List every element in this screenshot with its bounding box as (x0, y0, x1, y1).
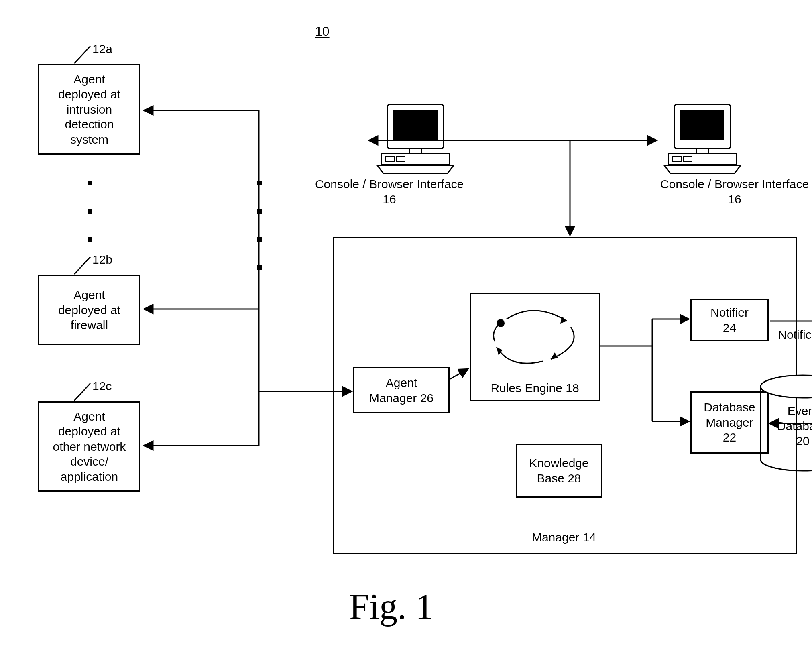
ellipsis-dot (257, 265, 262, 270)
agent-box-12b: Agent deployed at firewall (38, 275, 140, 345)
rules-engine-label: Rules Engine 18 (490, 380, 579, 396)
rules-engine-box: Rules Engine 18 (470, 293, 600, 401)
figure-caption: Fig. 1 (349, 586, 433, 627)
database-manager-text: Database Manager 22 (704, 400, 755, 445)
console-left-label: Console / Browser Interface 16 (305, 177, 474, 207)
svg-rect-11 (381, 153, 450, 165)
svg-line-1 (74, 257, 90, 274)
ellipsis-dot (257, 209, 262, 214)
diagram-canvas: 10 Agent deployed at intrusion detection… (0, 0, 812, 645)
ellipsis-dot (257, 237, 262, 242)
svg-rect-16 (696, 149, 708, 153)
agent-12c-text: Agent deployed at other network device/ … (53, 409, 126, 484)
svg-line-0 (74, 46, 90, 63)
svg-rect-17 (668, 153, 737, 165)
console-right-label-text: Console / Browser Interface (660, 177, 809, 191)
notifier-text: Notifier 24 (710, 305, 749, 335)
knowledge-base-text: Knowledge Base 28 (529, 456, 588, 486)
agent-manager-text: Agent Manager 26 (369, 375, 433, 405)
svg-rect-15 (680, 110, 724, 140)
agent-manager-box: Agent Manager 26 (353, 367, 450, 413)
svg-rect-10 (409, 149, 421, 153)
notifications-label: Notifications (778, 327, 812, 342)
agent-12c-callout: 12c (92, 379, 112, 393)
ellipsis-dot (88, 237, 92, 242)
ellipsis-dot (257, 181, 262, 185)
agent-12a-callout: 12a (92, 42, 112, 56)
knowledge-base-box: Knowledge Base 28 (516, 444, 602, 498)
console-left-label-text: Console / Browser Interface (315, 177, 464, 191)
manager-label: Manager 14 (514, 530, 614, 545)
agent-12b-text: Agent deployed at firewall (58, 287, 120, 333)
svg-line-2 (74, 383, 90, 401)
database-manager-box: Database Manager 22 (690, 391, 769, 454)
console-computer-right (658, 100, 747, 178)
event-database-label: Event Database 20 (777, 403, 812, 449)
agent-12b-callout: 12b (92, 253, 112, 267)
agent-box-12a: Agent deployed at intrusion detection sy… (38, 64, 140, 155)
svg-rect-9 (393, 110, 438, 140)
agent-12a-text: Agent deployed at intrusion detection sy… (58, 72, 120, 147)
ellipsis-dot (88, 209, 92, 214)
console-right-label: Console / Browser Interface 16 (650, 177, 812, 207)
console-left-num: 16 (383, 193, 396, 206)
ellipsis-dot (88, 181, 92, 185)
console-right-num: 16 (728, 193, 741, 206)
notifier-box: Notifier 24 (690, 299, 769, 341)
figure-number: 10 (315, 24, 330, 39)
console-computer-left (371, 100, 460, 178)
agent-box-12c: Agent deployed at other network device/ … (38, 401, 140, 492)
